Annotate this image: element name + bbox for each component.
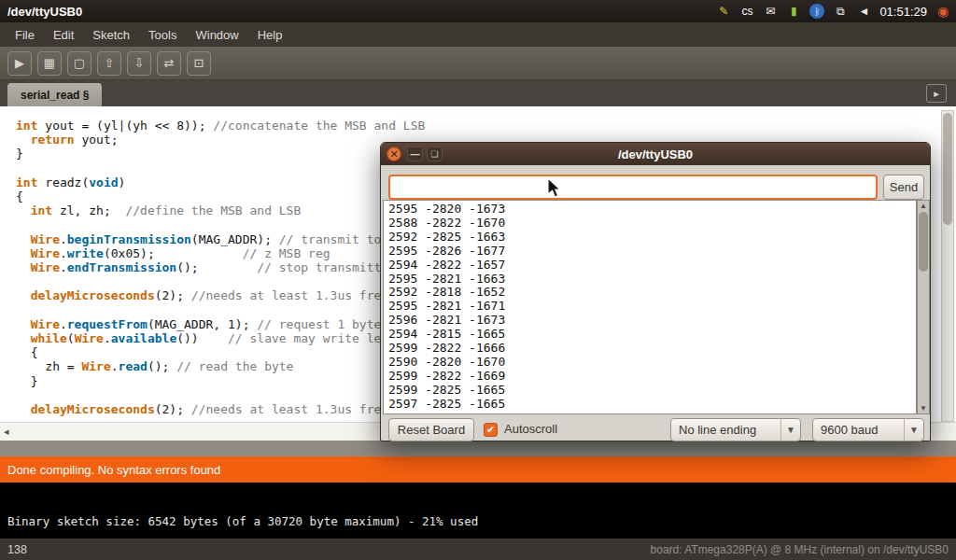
save-sketch-icon: ⇩ xyxy=(134,56,145,70)
code-line: int yout = (yl|(yh << 8)); //concatenate… xyxy=(16,119,432,133)
scroll-up-icon[interactable]: ▲ xyxy=(920,202,927,210)
compile-status-message: Done compiling. No syntax errors found xyxy=(7,463,220,477)
code-line: Wire.beginTransmission(MAG_ADDR); // tra… xyxy=(16,232,432,246)
editor-scrollbar-thumb[interactable] xyxy=(943,113,952,225)
keyboard-layout-icon[interactable]: ✎ xyxy=(716,4,731,19)
code-line xyxy=(16,161,432,175)
minimize-icon: — xyxy=(411,149,420,160)
clock[interactable]: 01:51:29 xyxy=(879,5,927,19)
serial-line: 2596 -2819 -1675 xyxy=(388,412,505,414)
compile-status-bar: Done compiling. No syntax errors found xyxy=(0,456,956,483)
status-footer: 138 board: ATmega328P(A) @ 8 MHz (intern… xyxy=(0,539,956,560)
code-line: } xyxy=(16,374,432,388)
new-sketch-button[interactable]: ▢ xyxy=(67,51,91,76)
checkmark-icon: ✔ xyxy=(486,424,495,435)
tab-menu-button[interactable]: ▸ xyxy=(926,84,947,103)
maximize-button[interactable]: ❏ xyxy=(427,147,443,161)
open-sketch-button[interactable]: ⇧ xyxy=(97,51,121,76)
window-title: /dev/ttyUSB0 xyxy=(7,5,82,19)
desktop: /dev/ttyUSB0 ✎cs✉▮ᛒ⧉◄01:51:29 ◉ FileEdit… xyxy=(0,0,956,560)
scroll-left-icon[interactable]: ◂ xyxy=(4,426,9,438)
code-line: int zl, zh; //define the MSB and LSB xyxy=(16,203,432,217)
serial-line: 2595 -2820 -1673 xyxy=(388,203,505,217)
serial-output-scrollbar[interactable]: ▲ ▼ xyxy=(917,200,930,414)
serial-line: 2599 -2822 -1669 xyxy=(388,370,505,384)
save-sketch-button[interactable]: ⇩ xyxy=(127,51,151,76)
serial-line: 2594 -2822 -1657 xyxy=(388,259,505,273)
tab-menu-icon: ▸ xyxy=(934,88,939,100)
code-line: int readz(void) xyxy=(16,175,432,189)
serial-monitor-icon: ⊡ xyxy=(194,56,204,70)
build-console-text: Binary sketch size: 6542 bytes (of a 307… xyxy=(7,514,478,528)
code-line: { xyxy=(16,189,432,203)
chevron-down-icon: ▼ xyxy=(780,419,800,441)
editor-vertical-scrollbar[interactable] xyxy=(941,110,954,422)
serial-send-input[interactable] xyxy=(388,175,878,200)
stop-button[interactable]: ▦ xyxy=(37,51,62,76)
serial-scrollbar-thumb[interactable] xyxy=(919,212,928,272)
code-line: Wire.requestFrom(MAG_ADDR, 1); // reques… xyxy=(16,317,432,331)
maximize-icon: ❏ xyxy=(430,149,438,159)
code-line xyxy=(16,303,432,317)
autoscroll-checkbox[interactable]: ✔ xyxy=(484,423,498,437)
serial-line: 2595 -2821 -1671 xyxy=(388,300,505,314)
serial-line: 2592 -2818 -1652 xyxy=(388,286,505,300)
menu-window[interactable]: Window xyxy=(186,24,247,46)
reset-board-button[interactable]: Reset Board xyxy=(388,418,474,441)
code-line xyxy=(16,388,432,402)
serial-line: 2594 -2815 -1665 xyxy=(388,328,505,342)
tab-serial-read[interactable]: serial_read § xyxy=(7,83,102,106)
tab-label: serial_read § xyxy=(21,89,89,102)
send-button[interactable]: Send xyxy=(883,175,924,200)
serial-output-lines: 2595 -2820 -16732588 -2822 -16702592 -28… xyxy=(388,203,505,414)
menubar: FileEditSketchToolsWindowHelp xyxy=(0,22,956,47)
serial-monitor-window: /dev/ttyUSB0 ✕ — ❏ Send 2595 -2820 -1673… xyxy=(380,142,931,441)
input-language-indicator[interactable]: cs xyxy=(739,4,754,19)
menu-edit[interactable]: Edit xyxy=(44,24,83,46)
code-area: int yout = (yl|(yh << 8)); //concatenate… xyxy=(16,119,432,416)
minimize-button[interactable]: — xyxy=(407,147,423,161)
code-line: zh = Wire.read(); // read the byte xyxy=(16,359,432,373)
scroll-down-icon[interactable]: ▼ xyxy=(920,404,927,413)
upload-icon: ⇄ xyxy=(164,56,175,70)
menu-tools[interactable]: Tools xyxy=(139,24,186,46)
serial-line: 2590 -2820 -1670 xyxy=(388,356,505,370)
upload-button[interactable]: ⇄ xyxy=(157,51,181,76)
battery-icon[interactable]: ▮ xyxy=(786,4,801,19)
mail-icon[interactable]: ✉ xyxy=(763,4,778,19)
serial-line: 2599 -2825 -1665 xyxy=(388,384,505,398)
bluetooth-icon[interactable]: ᛒ xyxy=(809,4,824,19)
open-sketch-icon: ⇧ xyxy=(105,56,115,70)
serial-line: 2595 -2826 -1677 xyxy=(388,245,505,259)
verify-icon: ▶ xyxy=(15,56,24,70)
code-line xyxy=(16,217,432,231)
top-panel: /dev/ttyUSB0 ✎cs✉▮ᛒ⧉◄01:51:29 ◉ xyxy=(0,0,956,22)
code-line: delayMicroseconds(2); //needs at least 1… xyxy=(16,402,432,416)
close-button[interactable]: ✕ xyxy=(387,147,401,161)
menu-file[interactable]: File xyxy=(6,24,44,46)
line-ending-select[interactable]: No line ending ▼ xyxy=(670,418,801,441)
serial-line: 2597 -2825 -1665 xyxy=(388,398,505,412)
code-line: { xyxy=(16,345,432,359)
baud-rate-select[interactable]: 9600 baud ▼ xyxy=(812,418,924,441)
code-line: Wire.write(0x05); // z MSB reg xyxy=(16,246,432,260)
serial-output-area[interactable]: 2595 -2820 -16732588 -2822 -16702592 -28… xyxy=(383,200,917,414)
line-ending-value: No line ending xyxy=(671,423,780,437)
code-line: return yout; xyxy=(16,133,432,147)
serial-monitor-titlebar[interactable]: /dev/ttyUSB0 ✕ — ❏ xyxy=(381,143,930,165)
network-icon[interactable]: ⧉ xyxy=(833,4,848,19)
reset-board-label: Reset Board xyxy=(398,423,465,437)
serial-monitor-button[interactable]: ⊡ xyxy=(187,51,211,76)
send-button-label: Send xyxy=(890,180,918,194)
session-menu-icon[interactable]: ◉ xyxy=(935,4,950,19)
serial-line: 2599 -2822 -1666 xyxy=(388,342,505,356)
line-number-indicator: 138 xyxy=(7,543,27,556)
menu-sketch[interactable]: Sketch xyxy=(83,24,139,46)
menu-help[interactable]: Help xyxy=(248,24,292,46)
system-tray: ✎cs✉▮ᛒ⧉◄01:51:29 ◉ xyxy=(716,0,950,22)
chevron-down-icon: ▼ xyxy=(904,419,923,441)
pane-splitter[interactable] xyxy=(0,441,956,456)
code-line: Wire.endTransmission(); // stop transmit… xyxy=(16,260,432,274)
volume-icon[interactable]: ◄ xyxy=(856,4,871,19)
verify-button[interactable]: ▶ xyxy=(7,51,32,76)
